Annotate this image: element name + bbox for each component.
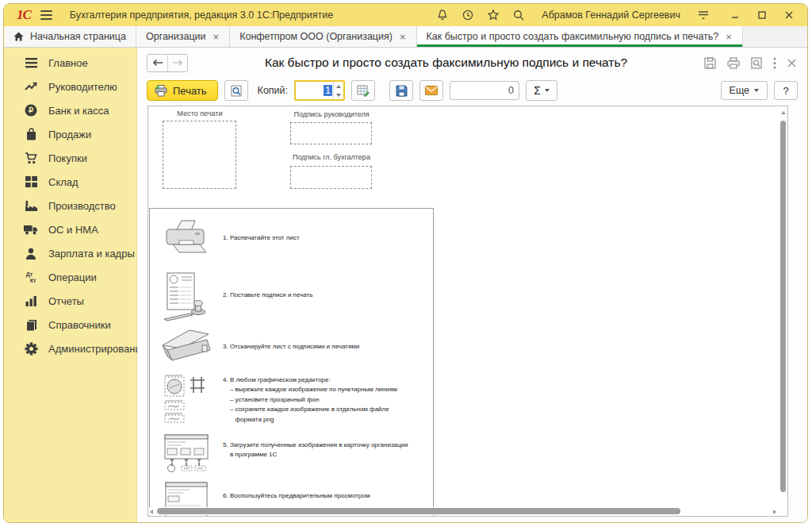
- stamp-place-box: [163, 121, 236, 189]
- copies-stepper[interactable]: 1: [294, 80, 345, 101]
- content-header: Как быстро и просто создать факсимильную…: [137, 48, 807, 78]
- trend-arrow-icon: [24, 80, 38, 94]
- scanner-illustration: [161, 326, 212, 363]
- step-text: 6. Воспользуйтесь предварительным просмо…: [223, 491, 437, 501]
- step-text: 3. Отсканируйте лист с подписями и печат…: [223, 342, 437, 352]
- table-settings-button[interactable]: [351, 80, 375, 101]
- sidebar-item-prodazhi[interactable]: Продажи: [4, 122, 136, 146]
- content-panel: Как быстро и просто создать факсимильную…: [137, 48, 807, 522]
- main-menu-icon[interactable]: [40, 10, 52, 20]
- tab-home[interactable]: Начальная страница: [4, 26, 136, 47]
- minimize-icon[interactable]: [728, 8, 742, 22]
- sidebar-item-sklad[interactable]: Склад: [4, 170, 136, 194]
- tab-bar-empty: [743, 26, 807, 47]
- instructions-box: 1. Распечатайте этот лист 2. Поставьте п…: [149, 208, 434, 517]
- preview-button[interactable]: [224, 80, 248, 101]
- sum-field[interactable]: 0: [450, 81, 519, 100]
- horizontal-scrollbar[interactable]: [149, 507, 777, 515]
- step-text: 1. Распечатайте этот лист: [223, 233, 437, 243]
- close-form-icon[interactable]: [787, 59, 796, 67]
- save-icon[interactable]: [704, 57, 716, 69]
- save-document-button[interactable]: [389, 80, 413, 101]
- send-email-button[interactable]: [419, 80, 443, 101]
- preview-icon[interactable]: [751, 57, 762, 69]
- printer-icon: [155, 85, 167, 97]
- envelope-icon: [425, 86, 438, 95]
- more-options-icon[interactable]: [773, 57, 776, 69]
- maximize-icon[interactable]: [755, 8, 769, 22]
- sidebar-item-administrirovanie[interactable]: Администрирование: [4, 337, 136, 360]
- signed-sheet-illustration: [161, 272, 212, 321]
- ruble-circle-icon: ₽: [24, 104, 38, 117]
- director-sign-box: [290, 122, 372, 144]
- menu-lines-icon: [24, 56, 38, 70]
- nav-forward-button[interactable]: [167, 55, 187, 71]
- copies-label: Копий:: [258, 85, 288, 96]
- page-title: Как быстро и просто создать факсимильную…: [188, 56, 704, 70]
- shopping-bag-icon: [24, 128, 38, 141]
- accountant-sign-label: Подпись гл. бухгалтера: [290, 153, 373, 161]
- copies-value[interactable]: 1: [324, 85, 332, 96]
- tab-label: Начальная страница: [30, 31, 126, 42]
- scroll-up-arrow[interactable]: [781, 111, 786, 114]
- gear-icon: [24, 342, 38, 356]
- scroll-left-arrow[interactable]: [150, 510, 153, 514]
- sidebar-item-glavnoe[interactable]: Главное: [4, 51, 136, 75]
- tab-konfetprom[interactable]: Конфетпром ООО (Организация) ×: [230, 26, 416, 47]
- tab-close-icon[interactable]: ×: [725, 32, 733, 42]
- factory-icon: [24, 199, 38, 213]
- nav-back-button[interactable]: [147, 55, 167, 71]
- copies-decrement-button[interactable]: [334, 90, 343, 99]
- truck-icon: [24, 223, 38, 237]
- person-icon: [24, 247, 38, 260]
- sidebar-item-rukovoditelyu[interactable]: Руководителю: [4, 75, 136, 98]
- section-sidebar: Главное Руководителю ₽ Банк и касса Прод…: [4, 48, 137, 522]
- tab-facsimile-help[interactable]: Как быстро и просто создать факсимильную…: [417, 26, 743, 47]
- favorites-star-icon[interactable]: [486, 8, 500, 22]
- tab-organizations[interactable]: Организации ×: [136, 26, 230, 47]
- sidebar-item-bank-kassa[interactable]: ₽ Банк и касса: [4, 98, 136, 122]
- print-button[interactable]: Печать: [147, 80, 218, 101]
- floppy-icon: [396, 85, 408, 97]
- help-button[interactable]: ?: [774, 81, 798, 100]
- chevron-down-icon: [754, 89, 759, 92]
- preview-page-icon: [231, 85, 242, 97]
- sidebar-item-proizvodstvo[interactable]: Производство: [4, 194, 136, 217]
- close-window-icon[interactable]: [782, 8, 796, 22]
- vertical-scrollbar[interactable]: [779, 107, 787, 506]
- tab-label: Конфетпром ООО (Организация): [239, 31, 393, 42]
- sidebar-item-otchety[interactable]: Отчеты: [4, 289, 136, 313]
- stamp-place-label: Место печати: [163, 110, 237, 117]
- tab-close-icon[interactable]: ×: [399, 32, 407, 42]
- shopping-cart-icon: [24, 152, 38, 165]
- book-icon: [24, 318, 38, 332]
- notifications-bell-icon[interactable]: [435, 8, 450, 22]
- print-toolbar: Печать Копий: 1: [137, 78, 807, 103]
- sidebar-item-os-nma[interactable]: ОС и НМА: [4, 217, 136, 241]
- home-icon: [13, 32, 24, 41]
- search-icon[interactable]: [511, 8, 526, 22]
- more-button[interactable]: Еще: [721, 81, 768, 100]
- scroll-right-arrow[interactable]: [773, 510, 776, 514]
- current-user[interactable]: Абрамов Геннадий Сергеевич: [542, 10, 680, 21]
- chevron-down-icon: [545, 89, 550, 92]
- horizontal-scroll-thumb[interactable]: [157, 508, 680, 514]
- sidebar-item-zarplata-kadry[interactable]: Зарплата и кадры: [4, 241, 136, 265]
- print-preview-area: Место печати Подпись руководителя Подпис…: [147, 106, 788, 517]
- sum-function-button[interactable]: Σ: [526, 80, 557, 101]
- sidebar-item-spravochniki[interactable]: Справочники: [4, 313, 136, 337]
- sigma-icon: Σ: [534, 84, 541, 97]
- tab-close-icon[interactable]: ×: [213, 32, 220, 42]
- step-text: 5. Загрузите полученные изображения в ка…: [223, 440, 437, 460]
- step-text: 4. В любом графическом редакторе: – выре…: [223, 375, 437, 425]
- service-menu-icon[interactable]: [696, 8, 710, 22]
- graphic-editor-illustration: [161, 374, 212, 423]
- sidebar-item-pokupki[interactable]: Покупки: [4, 146, 136, 170]
- print-icon[interactable]: [727, 57, 740, 69]
- printer-illustration: [161, 219, 212, 256]
- copies-increment-button[interactable]: [334, 82, 343, 90]
- history-icon[interactable]: [461, 8, 475, 22]
- sidebar-item-operacii[interactable]: ДтКт Операции: [4, 265, 136, 289]
- 1c-logo-icon: 1С: [17, 7, 31, 23]
- vertical-scroll-thumb[interactable]: [780, 121, 786, 492]
